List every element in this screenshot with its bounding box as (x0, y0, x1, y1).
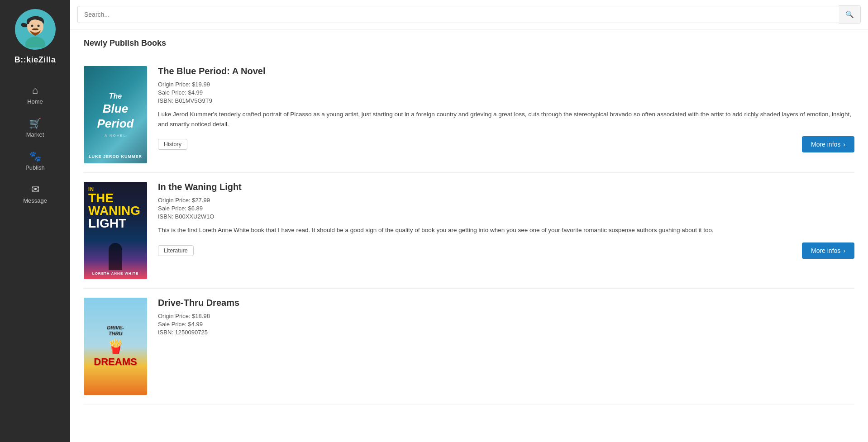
book-sale-price-waning-light: Sale Price: $6.89 (158, 205, 854, 212)
book-title-blue-period: The Blue Period: A Novel (158, 66, 854, 76)
search-icon: 🔍 (845, 10, 854, 18)
sidebar: B::kieZilla ⌂ Home 🛒 Market 🐾 Publish ✉ … (0, 0, 70, 442)
cover-author-blue-period: LUKE JEROD KUMMER (84, 154, 147, 159)
book-sale-price-drive-thru: Sale Price: $4.99 (158, 321, 854, 328)
book-origin-price-waning-light: Origin Price: $27.99 (158, 197, 854, 204)
sidebar-nav: ⌂ Home 🛒 Market 🐾 Publish ✉ Message (0, 78, 70, 210)
svg-point-4 (37, 25, 39, 27)
search-input[interactable] (77, 6, 839, 23)
book-description-blue-period: Luke Jerod Kummer's tenderly crafted por… (158, 109, 854, 129)
book-isbn-waning-light: ISBN: B00XXU2W1O (158, 213, 854, 220)
book-card-drive-thru: DRIVE- THRU 🍟 DREAMS Drive-Thru Dreams O… (84, 289, 854, 404)
sidebar-item-home-label: Home (27, 98, 43, 105)
book-title-waning-light: In the Waning Light (158, 182, 854, 192)
book-card-waning-light: IN THE WANING LIGHT LORETH ANNE WHITE In… (84, 173, 854, 289)
avatar (15, 9, 56, 50)
message-icon: ✉ (31, 184, 39, 195)
book-sale-price-blue-period: Sale Price: $4.99 (158, 89, 854, 96)
book-info-drive-thru: Drive-Thru Dreams Origin Price: $18.98 S… (158, 298, 854, 341)
home-icon: ⌂ (32, 85, 38, 96)
sidebar-item-publish-label: Publish (25, 164, 45, 171)
book-card-blue-period: The Blue Period A NOVEL LUKE JEROD KUMME… (84, 57, 854, 173)
more-info-button-waning-light[interactable]: More infos › (802, 242, 854, 259)
genre-badge-waning-light: Literature (158, 245, 194, 256)
book-footer-blue-period: History More infos › (158, 136, 854, 152)
chevron-right-icon: › (843, 141, 845, 148)
book-description-waning-light: This is the first Loreth Anne White book… (158, 225, 854, 235)
book-title-drive-thru: Drive-Thru Dreams (158, 298, 854, 308)
book-isbn-blue-period: ISBN: B01MV5G9T9 (158, 97, 854, 104)
section-title: Newly Publish Books (84, 38, 854, 48)
market-icon: 🛒 (29, 118, 41, 129)
book-info-blue-period: The Blue Period: A Novel Origin Price: $… (158, 66, 854, 152)
sidebar-item-home[interactable]: ⌂ Home (0, 78, 70, 111)
genre-badge-blue-period: History (158, 139, 187, 150)
more-info-button-blue-period[interactable]: More infos › (802, 136, 854, 152)
sidebar-item-message[interactable]: ✉ Message (0, 177, 70, 210)
more-info-label-waning-light: More infos (811, 247, 840, 254)
book-cover-drive-thru: DRIVE- THRU 🍟 DREAMS (84, 298, 147, 395)
publish-icon: 🐾 (29, 151, 41, 162)
book-cover-waning-light: IN THE WANING LIGHT LORETH ANNE WHITE (84, 182, 147, 279)
book-origin-price-drive-thru: Origin Price: $18.98 (158, 313, 854, 319)
book-footer-waning-light: Literature More infos › (158, 242, 854, 259)
cover-author-waning-light: LORETH ANNE WHITE (84, 271, 147, 276)
book-isbn-drive-thru: ISBN: 1250090725 (158, 329, 854, 336)
book-info-waning-light: In the Waning Light Origin Price: $27.99… (158, 182, 854, 259)
sidebar-item-market[interactable]: 🛒 Market (0, 111, 70, 144)
main-content: 🔍 Newly Publish Books The Blue Period A … (70, 0, 868, 442)
svg-point-3 (31, 25, 33, 27)
chevron-right-icon-2: › (843, 247, 845, 254)
book-cover-blue-period: The Blue Period A NOVEL LUKE JEROD KUMME… (84, 66, 147, 163)
search-button[interactable]: 🔍 (839, 5, 861, 24)
book-list-container: Newly Publish Books The Blue Period A NO… (70, 29, 868, 442)
book-origin-price-blue-period: Origin Price: $19.99 (158, 81, 854, 88)
search-bar: 🔍 (70, 0, 868, 29)
sidebar-item-message-label: Message (23, 197, 47, 204)
sidebar-item-market-label: Market (26, 131, 44, 138)
sidebar-item-publish[interactable]: 🐾 Publish (0, 144, 70, 177)
username: B::kieZilla (14, 55, 56, 65)
more-info-label-blue-period: More infos (811, 141, 840, 148)
